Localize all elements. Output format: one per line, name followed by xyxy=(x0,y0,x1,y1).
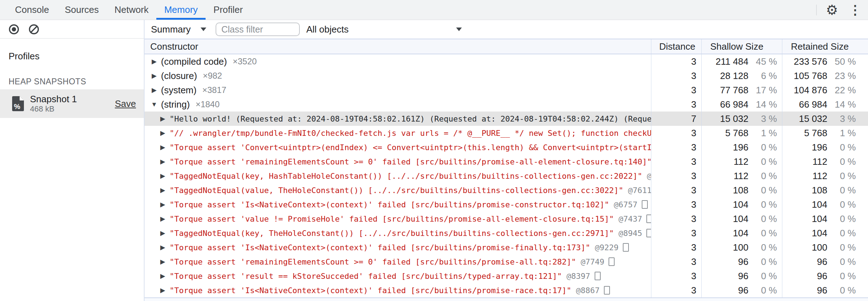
heap-data-grid: Constructor Distance Shallow Size Retain… xyxy=(145,39,868,301)
object-id: @7749 xyxy=(581,257,604,266)
retained-size-cell: 1080 % xyxy=(782,183,868,197)
constructor-name: (compiled code) xyxy=(161,56,227,67)
class-filter-input[interactable] xyxy=(216,23,300,36)
shallow-size-percent: 0 % xyxy=(748,142,777,153)
expand-arrow-icon[interactable]: ▶ xyxy=(159,172,167,180)
objects-select[interactable]: All objects xyxy=(306,24,465,35)
constructor-cell: ▶"Torque assert 'Is<NativeContext>(conte… xyxy=(145,197,651,212)
table-row[interactable]: ▶"TaggedNotEqual(value, TheHoleConstant(… xyxy=(145,183,868,197)
expand-arrow-icon[interactable]: ▶ xyxy=(150,58,158,65)
retained-size-cell: 5 7681 % xyxy=(782,126,868,140)
object-box-icon xyxy=(642,200,648,209)
clear-all-icon[interactable] xyxy=(29,24,39,35)
expand-arrow-icon[interactable]: ▶ xyxy=(159,286,167,294)
shallow-size-cell: 1040 % xyxy=(701,197,782,212)
shallow-size-percent: 0 % xyxy=(748,242,777,253)
object-id: @8397 xyxy=(566,272,590,281)
table-row[interactable]: ▶"Torque assert 'Is<NativeContext>(conte… xyxy=(145,197,868,212)
column-header-constructor[interactable]: Constructor xyxy=(145,39,651,54)
table-row[interactable]: ▶"Torque assert 'Is<NativeContext>(conte… xyxy=(145,240,868,255)
table-row[interactable]: ▶"// .wrangler/tmp/bundle-FmNIt0/checked… xyxy=(145,126,868,140)
column-header-shallow-size[interactable]: Shallow Size xyxy=(701,39,782,54)
table-row[interactable]: ▶"Torque assert 'value != PromiseHole' f… xyxy=(145,212,868,226)
constructor-cell: ▶"Torque assert 'value != PromiseHole' f… xyxy=(145,212,651,226)
tab-memory[interactable]: Memory xyxy=(156,0,206,20)
expand-arrow-icon[interactable]: ▶ xyxy=(159,201,167,208)
expand-arrow-icon[interactable]: ▶ xyxy=(159,115,167,123)
table-row[interactable]: ▼(string)×1840366 98414 %66 98414 % xyxy=(145,97,868,112)
tab-sources[interactable]: Sources xyxy=(57,0,106,20)
shallow-size-value: 112 xyxy=(702,156,748,167)
table-row[interactable]: ▶"TaggedNotEqual(key, TheHoleConstant())… xyxy=(145,226,868,240)
shallow-size-value: 104 xyxy=(702,228,748,239)
grid-body: ▶(compiled code)×35203211 48445 %233 576… xyxy=(145,54,868,297)
distance-value: 3 xyxy=(651,283,701,297)
retained-size-percent: 0 % xyxy=(827,213,856,224)
table-row[interactable]: ▶"Torque assert 'result == kStoreSuccede… xyxy=(145,269,868,283)
expand-arrow-icon[interactable]: ▶ xyxy=(159,258,167,266)
kebab-menu-icon[interactable]: ⋮ xyxy=(849,4,862,16)
svg-text:%: % xyxy=(14,103,20,110)
sidebar-item-snapshot-1[interactable]: % Snapshot 1 468 kB Save xyxy=(0,89,144,118)
retained-size-value: 112 xyxy=(782,156,827,167)
shallow-size-value: 104 xyxy=(702,213,748,224)
snapshot-size: 468 kB xyxy=(30,104,77,114)
shallow-size-percent: 0 % xyxy=(748,156,777,167)
retained-size-percent: 22 % xyxy=(827,85,856,96)
shallow-size-value: 5 768 xyxy=(702,128,748,139)
distance-value: 3 xyxy=(651,183,701,197)
table-row[interactable]: ▶(system)×3817377 76817 %104 87622 % xyxy=(145,83,868,97)
record-heap-icon[interactable] xyxy=(9,24,19,35)
table-row[interactable]: ▶"Torque assert 'Convert<uintptr>(endInd… xyxy=(145,140,868,154)
table-row[interactable]: ▶(compiled code)×35203211 48445 %233 576… xyxy=(145,54,868,69)
distance-value: 3 xyxy=(651,269,701,283)
tab-network[interactable]: Network xyxy=(107,0,156,20)
table-row[interactable]: ▶"Hello world! (Requested at: 2024-08-19… xyxy=(145,112,868,126)
expand-arrow-icon[interactable]: ▶ xyxy=(159,272,167,280)
table-row[interactable]: ▶"Torque assert 'remainingElementsCount … xyxy=(145,154,868,169)
expand-arrow-icon[interactable]: ▶ xyxy=(159,186,167,194)
retained-size-cell: 233 57650 % xyxy=(782,54,868,69)
column-header-distance[interactable]: Distance xyxy=(651,39,701,54)
instance-count: ×3520 xyxy=(233,56,257,66)
object-box-icon xyxy=(646,214,651,223)
object-box-icon xyxy=(604,286,610,295)
expand-arrow-icon[interactable]: ▶ xyxy=(159,158,167,166)
constructor-cell: ▶(closure)×982 xyxy=(145,69,651,83)
retained-size-percent: 50 % xyxy=(827,56,856,67)
expand-arrow-icon[interactable]: ▶ xyxy=(159,215,167,223)
retained-size-value: 233 576 xyxy=(782,56,827,67)
snapshot-toolbar: Summary All objects xyxy=(145,20,868,39)
table-row[interactable]: ▶(closure)×982328 1286 %105 76823 % xyxy=(145,69,868,83)
retained-size-percent: 0 % xyxy=(827,285,856,296)
string-value: "Hello world! (Requested at: 2024-08-19T… xyxy=(170,114,651,123)
expand-arrow-icon[interactable]: ▼ xyxy=(150,101,158,108)
gear-icon[interactable]: ⚙ xyxy=(826,3,838,17)
shallow-size-percent: 0 % xyxy=(748,199,777,210)
table-row[interactable]: ▶"Torque assert 'Is<NativeContext>(conte… xyxy=(145,283,868,297)
table-row[interactable]: ▶"TaggedNotEqual(key, HashTableHoleConst… xyxy=(145,169,868,183)
tab-profiler[interactable]: Profiler xyxy=(206,0,251,20)
retained-size-value: 196 xyxy=(782,142,827,153)
save-link[interactable]: Save xyxy=(115,98,136,109)
retained-size-cell: 15 0323 % xyxy=(782,112,868,126)
column-header-retained-size[interactable]: Retained Size xyxy=(782,39,868,54)
shallow-size-percent: 3 % xyxy=(748,113,777,124)
expand-arrow-icon[interactable]: ▶ xyxy=(150,86,158,94)
perspective-select[interactable]: Summary xyxy=(151,24,206,35)
shallow-size-cell: 1120 % xyxy=(701,154,782,169)
retained-size-percent: 1 % xyxy=(827,128,856,139)
string-value: "Torque assert 'result == kStoreSucceded… xyxy=(170,272,562,281)
expand-arrow-icon[interactable]: ▶ xyxy=(159,243,167,251)
expand-arrow-icon[interactable]: ▶ xyxy=(159,229,167,237)
constructor-cell: ▶"Torque assert 'Convert<uintptr>(endInd… xyxy=(145,140,651,154)
shallow-size-cell: 960 % xyxy=(701,269,782,283)
table-row[interactable]: ▶"Torque assert 'remainingElementsCount … xyxy=(145,255,868,269)
shallow-size-percent: 17 % xyxy=(748,85,777,96)
distance-value: 3 xyxy=(651,255,701,269)
expand-arrow-icon[interactable]: ▶ xyxy=(159,129,167,137)
tab-console[interactable]: Console xyxy=(7,0,57,20)
expand-arrow-icon[interactable]: ▶ xyxy=(150,72,158,80)
shallow-size-value: 15 032 xyxy=(702,113,748,124)
expand-arrow-icon[interactable]: ▶ xyxy=(159,143,167,151)
